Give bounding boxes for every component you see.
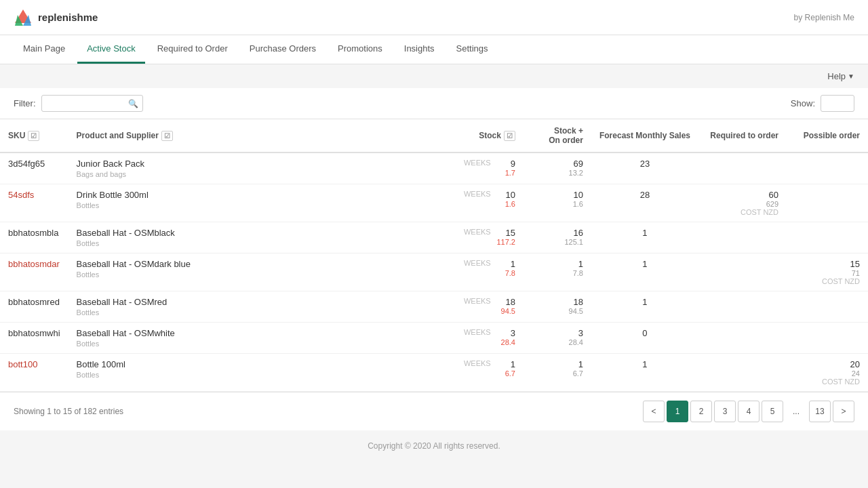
required-cell xyxy=(698,253,787,291)
table-row: bbhatosmbla Baseball Hat - OSMblack Bott… xyxy=(0,222,868,253)
page-buttons: 12345...13 xyxy=(667,401,831,422)
th-required-label: Required to order xyxy=(710,131,778,140)
th-sku: SKU ☑ xyxy=(0,119,68,152)
sku-cell: bbhatosmdar xyxy=(0,253,68,291)
stock-cell: WEEKS 1 7.8 xyxy=(456,253,524,291)
stock-sub-val: 1.7 xyxy=(505,169,515,177)
sku-cell: 3d54fg65 xyxy=(0,152,68,184)
toolbar: Help ▼ xyxy=(0,64,868,88)
required-cell xyxy=(698,291,787,323)
page-next-button[interactable]: > xyxy=(833,401,854,422)
possible-cell xyxy=(787,222,868,253)
filter-input-wrap: 🔍 xyxy=(41,95,143,112)
weeks-label: WEEKS xyxy=(464,228,491,236)
page-13-button[interactable]: 13 xyxy=(809,401,831,422)
app-tagline: by Replenish Me xyxy=(794,13,854,22)
page-5-button[interactable]: 5 xyxy=(762,401,783,422)
filter-input[interactable] xyxy=(41,95,143,112)
stock-val: 15 xyxy=(496,228,515,238)
product-name: Drink Bottle 300ml xyxy=(77,190,448,200)
stock-plus-val: 1 xyxy=(532,259,583,269)
stock-plus-sub: 13.2 xyxy=(532,169,583,177)
forecast-cell: 0 xyxy=(591,323,698,354)
stock-plus-sub: 94.5 xyxy=(532,307,583,315)
stock-sub-val: 117.2 xyxy=(496,238,515,246)
possible-cost-label: COST NZD xyxy=(795,277,860,285)
th-product: Product and Supplier ☑ xyxy=(68,119,456,152)
stock-val: 3 xyxy=(501,328,515,338)
page-2-button[interactable]: 2 xyxy=(690,401,712,422)
logo-area: replenishme xyxy=(14,8,98,27)
th-product-sort[interactable]: Product and Supplier ☑ xyxy=(77,131,448,141)
page-4-button[interactable]: 4 xyxy=(738,401,760,422)
nav-promotions[interactable]: Promotions xyxy=(328,35,392,64)
footer: Copyright © 2020 All rights reserved. xyxy=(0,430,868,462)
stock-plus-val: 1 xyxy=(532,359,583,369)
product-name: Baseball Hat - OSMred xyxy=(77,297,448,307)
product-cell: Baseball Hat - OSMdark blue Bottles xyxy=(68,253,456,291)
required-cell xyxy=(698,354,787,392)
stock-val: 1 xyxy=(505,359,515,369)
th-sku-sort[interactable]: SKU ☑ xyxy=(8,131,60,141)
page-1-button[interactable]: 1 xyxy=(667,401,688,422)
required-val: 60 xyxy=(707,190,778,200)
required-cell: 60 629 COST NZD xyxy=(698,184,787,222)
nav-purchase-orders[interactable]: Purchase Orders xyxy=(240,35,326,64)
product-sub: Bags and bags xyxy=(77,170,448,178)
help-caret-icon: ▼ xyxy=(848,73,854,80)
nav-settings[interactable]: Settings xyxy=(447,35,498,64)
product-name: Baseball Hat - OSMdark blue xyxy=(77,259,448,269)
forecast-cell: 1 xyxy=(591,253,698,291)
possible-cell xyxy=(787,152,868,184)
th-stock: Stock ☑ xyxy=(456,119,524,152)
table-row: bbhatosmdar Baseball Hat - OSMdark blue … xyxy=(0,253,868,291)
show-input[interactable] xyxy=(821,95,854,112)
product-cell: Junior Back Pack Bags and bags xyxy=(68,152,456,184)
stock-plus-sub: 7.8 xyxy=(532,269,583,277)
forecast-cell: 23 xyxy=(591,152,698,184)
th-forecast-label: Forecast Monthly Sales xyxy=(599,131,690,140)
pagination-controls: < 12345...13 > xyxy=(643,401,854,422)
page-3-button[interactable]: 3 xyxy=(714,401,736,422)
required-sub: 629 xyxy=(707,200,778,208)
product-sub: Bottles xyxy=(77,201,448,209)
stock-val: 1 xyxy=(505,259,515,269)
stock-plus-sub: 1.6 xyxy=(532,200,583,208)
page-prev-button[interactable]: < xyxy=(643,401,665,422)
app-name: replenishme xyxy=(38,12,98,23)
help-button[interactable]: Help ▼ xyxy=(827,71,854,81)
product-sub: Bottles xyxy=(77,308,448,317)
stock-sub-val: 1.6 xyxy=(505,200,515,208)
th-stock-label: Stock xyxy=(479,131,501,140)
pagination-bar: Showing 1 to 15 of 182 entries < 12345..… xyxy=(0,392,868,430)
stock-sort-icon: ☑ xyxy=(504,131,515,141)
stock-plus-val: 69 xyxy=(532,159,583,169)
stock-plus-val: 18 xyxy=(532,297,583,307)
stock-val: 9 xyxy=(505,159,515,169)
nav-main-page[interactable]: Main Page xyxy=(14,35,75,64)
product-sort-icon: ☑ xyxy=(161,131,173,141)
sku-cell: bott100 xyxy=(0,354,68,392)
nav-required-to-order[interactable]: Required to Order xyxy=(148,35,237,64)
stock-plus-val: 3 xyxy=(532,328,583,338)
stock-cell: WEEKS 3 28.4 xyxy=(456,323,524,354)
th-stock-plus: Stock +On order xyxy=(524,119,591,152)
th-product-label: Product and Supplier xyxy=(77,131,159,140)
filter-left: Filter: 🔍 xyxy=(14,95,143,112)
product-cell: Bottle 100ml Bottles xyxy=(68,354,456,392)
nav-active-stock[interactable]: Active Stock xyxy=(77,35,145,64)
forecast-cell: 1 xyxy=(591,354,698,392)
nav-insights[interactable]: Insights xyxy=(395,35,444,64)
stock-plus-cell: 18 94.5 xyxy=(524,291,591,323)
stock-cell: WEEKS 15 117.2 xyxy=(456,222,524,253)
stock-plus-cell: 3 28.4 xyxy=(524,323,591,354)
show-label: Show: xyxy=(791,98,815,108)
product-name: Junior Back Pack xyxy=(77,159,448,169)
th-sku-label: SKU xyxy=(8,131,25,140)
possible-val: 20 xyxy=(795,359,860,369)
stock-plus-sub: 28.4 xyxy=(532,338,583,346)
stock-cell: WEEKS 10 1.6 xyxy=(456,184,524,222)
th-stock-sort[interactable]: Stock ☑ xyxy=(464,131,515,141)
possible-val: 15 xyxy=(795,259,860,269)
filter-label: Filter: xyxy=(14,98,36,108)
